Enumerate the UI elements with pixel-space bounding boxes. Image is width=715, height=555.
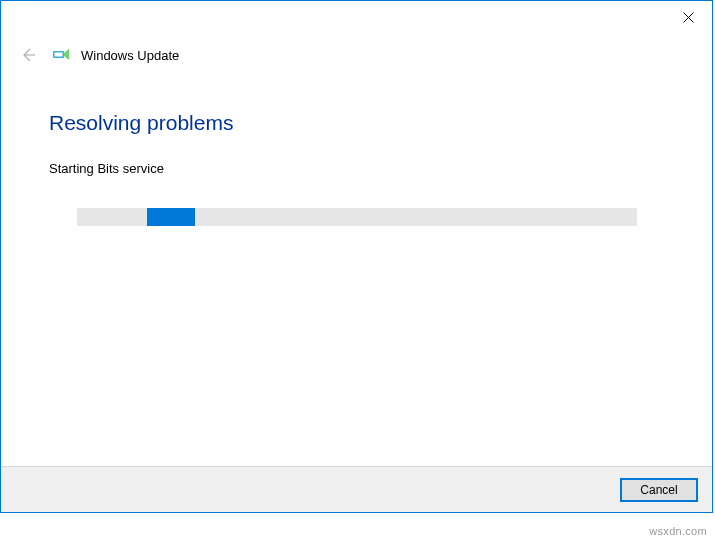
titlebar bbox=[1, 1, 712, 33]
back-button[interactable] bbox=[19, 46, 37, 64]
watermark: wsxdn.com bbox=[649, 525, 707, 537]
header: Windows Update bbox=[1, 33, 712, 65]
troubleshooter-icon bbox=[51, 45, 71, 65]
progress-bar-indicator bbox=[147, 208, 195, 226]
back-arrow-icon bbox=[20, 47, 36, 63]
svg-rect-4 bbox=[55, 53, 63, 57]
troubleshooter-window: Windows Update Resolving problems Starti… bbox=[0, 0, 713, 513]
cancel-button[interactable]: Cancel bbox=[620, 478, 698, 502]
footer: Cancel bbox=[1, 466, 712, 512]
content-area: Resolving problems Starting Bits service bbox=[1, 65, 712, 466]
status-text: Starting Bits service bbox=[49, 161, 664, 176]
close-icon bbox=[683, 12, 694, 23]
progress-bar-track bbox=[77, 208, 637, 226]
close-button[interactable] bbox=[678, 7, 698, 27]
main-heading: Resolving problems bbox=[49, 111, 664, 135]
header-title: Windows Update bbox=[81, 48, 179, 63]
